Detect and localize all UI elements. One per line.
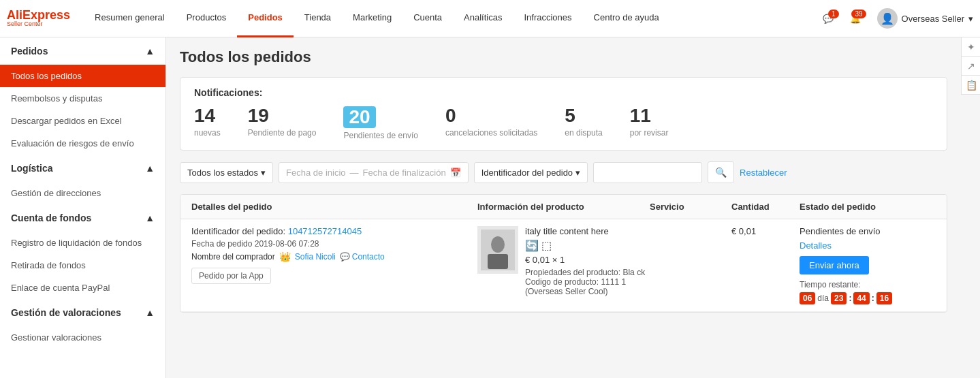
nav-item-productos[interactable]: Productos xyxy=(176,0,238,37)
buyer-name[interactable]: Sofia Nicoli xyxy=(295,252,336,262)
copy-icon[interactable]: ⬚ xyxy=(541,239,552,252)
sidebar-item-descargar[interactable]: Descargar pedidos en Excel xyxy=(0,110,165,132)
stat-number-cancelaciones: 0 xyxy=(445,106,456,125)
stat-label-disputa: en disputa xyxy=(565,128,602,138)
message-badge: 1 xyxy=(828,10,839,18)
message-button[interactable]: 💬 1 xyxy=(823,14,834,24)
logo-area: AliExpress Seller Center xyxy=(7,9,70,28)
status-filter[interactable]: Todos los estados ▾ xyxy=(180,162,273,183)
nav-item-resumen[interactable]: Resumen general xyxy=(84,0,176,37)
table-header: Detalles del pedido Información del prod… xyxy=(180,195,947,219)
stat-disputa[interactable]: 5 en disputa xyxy=(565,106,602,140)
side-icon-star[interactable]: ✦ xyxy=(962,37,980,57)
sidebar-item-paypal[interactable]: Enlace de cuenta PayPal xyxy=(0,277,165,299)
side-icon-clipboard[interactable]: 📋 xyxy=(962,76,980,95)
sidebar-header-logistica[interactable]: Logística ▲ xyxy=(0,155,165,182)
stat-pendiente-pago[interactable]: 19 Pendiente de pago xyxy=(248,106,317,140)
sidebar-header-fondos[interactable]: Cuenta de fondos ▲ xyxy=(0,204,165,232)
chevron-down-icon: ▾ xyxy=(261,168,266,178)
quantity-cell: € 0,01 xyxy=(731,226,800,236)
col-header-detalles: Detalles del pedido xyxy=(191,202,477,212)
refresh-icon[interactable]: 🔄 xyxy=(525,239,539,252)
logo-sub: Seller Center xyxy=(7,21,70,28)
stat-number-revisar: 11 xyxy=(630,106,651,125)
sidebar: Pedidos ▲ Todos los pedidos Reembolsos y… xyxy=(0,37,166,378)
sidebar-header-pedidos[interactable]: Pedidos ▲ xyxy=(0,37,165,65)
nav-item-marketing[interactable]: Marketing xyxy=(342,0,402,37)
sidebar-item-riesgos[interactable]: Evaluación de riesgos de envío xyxy=(0,132,165,155)
nav-item-analiticas[interactable]: Analíticas xyxy=(453,0,513,37)
product-price: € 0,01 × 1 xyxy=(525,255,650,265)
calendar-icon: 📅 xyxy=(450,168,461,178)
timer-hours: 23 xyxy=(831,292,847,304)
sidebar-item-retirada[interactable]: Retirada de fondos xyxy=(0,254,165,277)
nav-item-cuenta[interactable]: Cuenta xyxy=(402,0,453,37)
chevron-up-icon-valoraciones: ▲ xyxy=(145,307,155,318)
content-area: Todos los pedidos Notificaciones: 14 nue… xyxy=(166,37,961,378)
order-id-link[interactable]: 104712572714045 xyxy=(288,226,362,236)
product-info-cell: italy title content here 🔄 ⬚ € 0,01 × 1 … xyxy=(477,226,650,296)
sidebar-item-todos-pedidos[interactable]: Todos los pedidos xyxy=(0,65,165,87)
sidebar-item-gestionar-valoraciones[interactable]: Gestionar valoraciones xyxy=(0,326,165,349)
nav-item-pedidos[interactable]: Pedidos xyxy=(237,0,294,37)
sidebar-item-liquidacion[interactable]: Registro de liquidación de fondos xyxy=(0,232,165,254)
chevron-up-icon-logistica: ▲ xyxy=(145,163,155,174)
contact-link[interactable]: 💬 Contacto xyxy=(340,252,385,262)
timer-day-label: día xyxy=(817,294,829,303)
stat-label-revisar: por revisar xyxy=(630,128,669,138)
timer-seconds: 16 xyxy=(876,292,892,304)
stat-number-pendiente-pago: 19 xyxy=(248,106,269,125)
code-label: Codigo de producto: xyxy=(525,277,599,287)
table-row: Identificador del pedido: 10471257271404… xyxy=(180,219,947,312)
col-header-cantidad: Cantidad xyxy=(731,202,800,212)
top-nav: AliExpress Seller Center Resumen general… xyxy=(0,0,980,37)
sidebar-section-logistica: Logística ▲ Gestión de direcciones xyxy=(0,155,165,204)
nav-item-tienda[interactable]: Tienda xyxy=(294,0,342,37)
sidebar-header-valoraciones-label: Gestión de valoraciones xyxy=(11,307,121,318)
notifications-stats: 14 nuevas 19 Pendiente de pago 20 Pendie… xyxy=(194,106,933,140)
status-filter-label: Todos los estados xyxy=(187,168,258,178)
prop-label: Propiedades del producto: xyxy=(525,268,620,277)
sidebar-header-fondos-label: Cuenta de fondos xyxy=(11,212,91,223)
notif-badge: 39 xyxy=(851,10,866,18)
notification-button[interactable]: 🔔 39 xyxy=(850,14,861,24)
product-details: italy title content here 🔄 ⬚ € 0,01 × 1 … xyxy=(525,226,650,296)
id-filter[interactable]: Identificador del pedido ▾ xyxy=(474,162,588,183)
app-tag[interactable]: Pedido por la App xyxy=(191,268,271,284)
nav-item-infracciones[interactable]: Infracciones xyxy=(513,0,582,37)
product-code: Codigo de producto: 1111 1 xyxy=(525,277,650,287)
side-icons-panel: ✦ ↗ 📋 xyxy=(961,37,980,95)
stat-revisar[interactable]: 11 por revisar xyxy=(630,106,669,140)
user-area[interactable]: 👤 Overseas Seller ▾ xyxy=(877,8,973,29)
contact-label: Contacto xyxy=(352,252,385,262)
sidebar-item-direcciones[interactable]: Gestión de direcciones xyxy=(0,182,165,204)
search-button[interactable]: 🔍 xyxy=(708,161,734,183)
sidebar-item-reembolsos[interactable]: Reembolsos y disputas xyxy=(0,87,165,110)
sidebar-section-valoraciones: Gestión de valoraciones ▲ Gestionar valo… xyxy=(0,299,165,349)
date-range-picker[interactable]: Fecha de inicio — Fecha de finalización … xyxy=(279,162,469,183)
svg-point-1 xyxy=(491,236,505,253)
nav-item-ayuda[interactable]: Centro de ayuda xyxy=(583,0,670,37)
user-name: Overseas Seller xyxy=(902,14,964,24)
order-status: Pendientes de envío xyxy=(800,226,936,236)
search-input[interactable] xyxy=(593,162,702,183)
send-button[interactable]: Enviar ahora xyxy=(800,256,869,274)
stat-number-pendientes-envio: 20 xyxy=(343,106,375,128)
side-icon-arrow[interactable]: ↗ xyxy=(962,57,980,76)
nav-right: 💬 1 🔔 39 👤 Overseas Seller ▾ xyxy=(823,8,973,29)
sidebar-header-valoraciones[interactable]: Gestión de valoraciones ▲ xyxy=(0,299,165,326)
stat-nuevas[interactable]: 14 nuevas xyxy=(194,106,221,140)
product-title: italy title content here xyxy=(525,226,650,236)
stat-cancelaciones[interactable]: 0 cancelaciones solicitadas xyxy=(445,106,537,140)
col-header-estado: Estado del pedido xyxy=(800,202,936,212)
stat-label-nuevas: nuevas xyxy=(194,128,221,138)
sidebar-header-pedidos-label: Pedidos xyxy=(11,46,48,57)
stat-number-disputa: 5 xyxy=(565,106,575,125)
sidebar-header-logistica-label: Logística xyxy=(11,163,52,174)
stat-pendientes-envio[interactable]: 20 Pendientes de envío xyxy=(343,106,417,140)
status-cell: Pendientes de envío Detalles Enviar ahor… xyxy=(800,226,936,304)
stat-number-nuevas: 14 xyxy=(194,106,215,125)
reset-link[interactable]: Restablecer xyxy=(740,168,787,178)
details-link[interactable]: Detalles xyxy=(800,240,936,251)
page-title: Todos los pedidos xyxy=(180,48,947,66)
